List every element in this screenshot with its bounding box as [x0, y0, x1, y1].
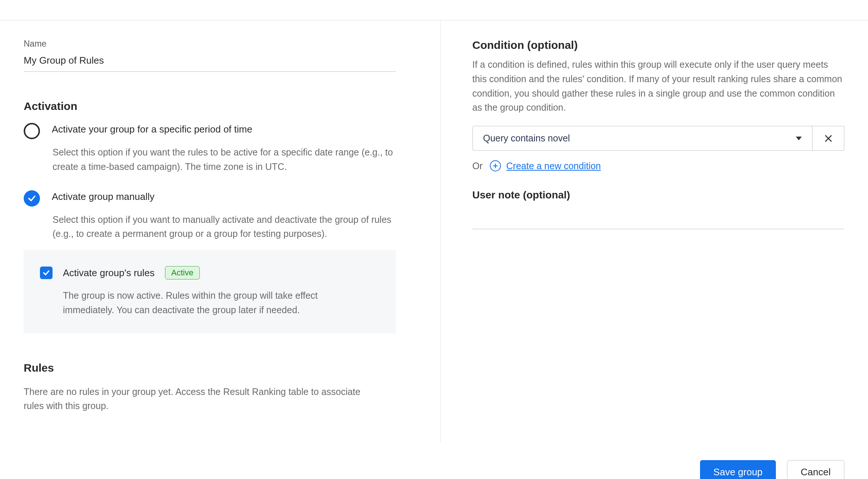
condition-select[interactable]: Query contains novel: [472, 126, 813, 151]
radio-time-period[interactable]: [24, 123, 40, 139]
check-icon: [27, 194, 36, 203]
radio-manual[interactable]: [24, 190, 40, 207]
activation-heading: Activation: [24, 100, 396, 113]
condition-desc: If a condition is defined, rules within …: [472, 57, 845, 115]
name-label: Name: [24, 39, 396, 49]
check-icon: [43, 269, 50, 277]
condition-select-value: Query contains novel: [483, 133, 570, 144]
or-label: Or: [472, 161, 483, 171]
save-group-button[interactable]: Save group: [700, 460, 776, 479]
chevron-down-icon: [796, 137, 802, 140]
close-icon: [824, 134, 833, 143]
left-column: Name Activation Activate your group for …: [24, 20, 440, 442]
cancel-button[interactable]: Cancel: [787, 460, 844, 479]
activation-option-manual: Activate group manually Select this opti…: [24, 190, 396, 334]
radio-time-period-desc: Select this option if you want the rules…: [53, 145, 393, 174]
radio-manual-desc: Select this option if you want to manual…: [53, 212, 393, 241]
activate-rules-label: Activate group's rules: [63, 267, 155, 279]
radio-manual-label: Activate group manually: [52, 190, 154, 202]
user-note-input[interactable]: [472, 210, 845, 229]
condition-heading: Condition (optional): [472, 39, 845, 51]
rules-empty-text: There are no rules in your group yet. Ac…: [24, 385, 379, 413]
radio-time-period-label: Activate your group for a specific perio…: [52, 123, 252, 135]
name-input[interactable]: [24, 54, 396, 72]
create-condition-link[interactable]: Create a new condition: [506, 161, 601, 171]
activate-rules-desc: The group is now active. Rules within th…: [63, 288, 344, 317]
right-column: Condition (optional) If a condition is d…: [440, 20, 845, 442]
condition-clear-button[interactable]: [813, 126, 844, 151]
footer-actions: Save group Cancel: [700, 460, 844, 479]
activation-option-time: Activate your group for a specific perio…: [24, 123, 396, 174]
activate-rules-panel: Activate group's rules Active The group …: [24, 250, 396, 334]
rules-heading: Rules: [24, 362, 396, 374]
user-note-heading: User note (optional): [472, 189, 845, 201]
plus-circle-icon: [490, 160, 501, 171]
active-badge: Active: [165, 266, 200, 279]
activate-rules-checkbox[interactable]: [40, 267, 53, 279]
